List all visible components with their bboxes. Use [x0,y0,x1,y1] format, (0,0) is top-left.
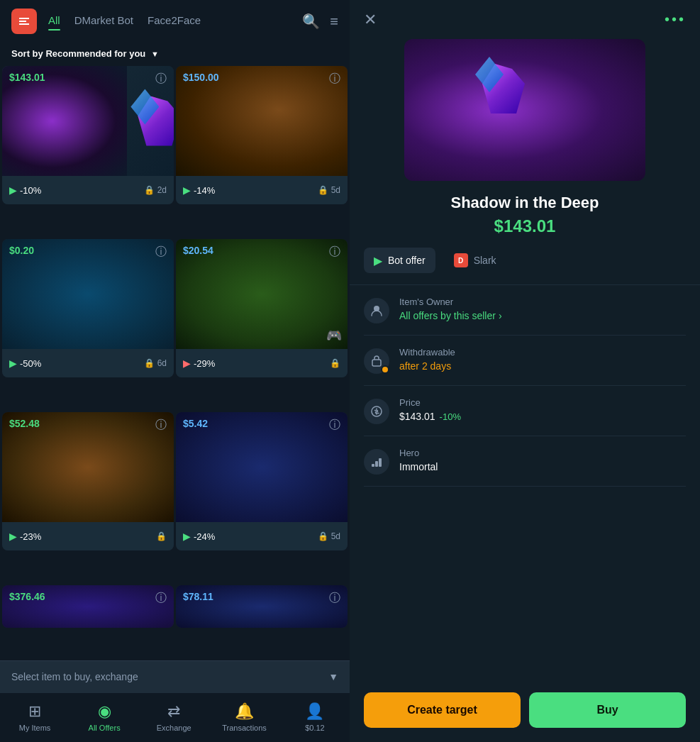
item-discount: ▶ -24% [183,531,215,542]
hero-content: Hero Immortal [399,448,438,472]
discount-value: -29% [194,358,215,369]
detail-header: ✕ ••• [350,0,700,39]
tab-all[interactable]: All [48,14,60,29]
tab-bot-offer[interactable]: ▶ Bot offer [364,248,435,273]
lock-days: 5d [331,185,340,195]
hero-row: Hero Immortal [364,436,686,487]
nav-all-offers[interactable]: ◉ All Offers [83,702,126,732]
header: All DMarket Bot Face2Face 🔍 ≡ [0,0,350,43]
profile-icon: 👤 [305,702,324,721]
nav-tabs: All DMarket Bot Face2Face [48,14,291,29]
hero-label: Hero [399,448,438,458]
discount-icon: ▶ [183,184,191,196]
item-discount: ▶ -29% [183,358,215,369]
item-image: $20.54 ⓘ 🎮 [176,239,348,349]
item-card[interactable]: $52.48 ⓘ ▶ -23% 🔒 [2,412,174,550]
item-info-button[interactable]: ⓘ [155,245,167,260]
svg-rect-2 [372,360,381,366]
tab-dmarket-bot[interactable]: DMarket Bot [74,14,133,29]
item-info-button[interactable]: ⓘ [329,591,340,606]
item-image: $376.46 ⓘ [2,585,174,628]
owner-row: Item's Owner All offers by this seller › [364,285,686,336]
all-offers-icon: ◉ [98,702,111,721]
lock-days: 6d [157,358,167,368]
price-label: Price [399,397,461,408]
create-target-button[interactable]: Create target [364,692,521,728]
item-lock: 🔒 [156,531,167,541]
discount-icon: ▶ [183,531,191,542]
balance-label: $0.12 [305,724,325,732]
item-image: $52.48 ⓘ [2,412,174,522]
svg-rect-4 [372,464,374,467]
item-card[interactable]: $376.46 ⓘ [2,585,174,628]
item-info-button[interactable]: ⓘ [329,245,340,260]
tab-face2face[interactable]: Face2Face [148,14,201,29]
svg-rect-5 [375,461,378,467]
item-card[interactable]: $0.20 ⓘ ▶ -50% 🔒 6d [2,239,174,377]
item-lock: 🔒 5d [318,531,340,541]
warning-dot [381,365,389,374]
nav-my-items[interactable]: ⊞ My Items [13,702,56,732]
item-info-button[interactable]: ⓘ [155,418,167,433]
all-offers-label: All Offers [89,724,121,732]
price-row: Price $143.01 -10% [364,386,686,436]
bottom-nav: ⊞ My Items ◉ All Offers ⇄ Exchange 🔔 Tra… [0,692,350,742]
svg-rect-6 [379,458,382,467]
item-footer: ▶ -23% 🔒 [2,522,174,550]
logo[interactable] [11,9,37,34]
transactions-label: Transactions [222,724,267,732]
buy-button[interactable]: Buy [529,692,686,728]
nav-balance[interactable]: 👤 $0.12 [294,702,336,732]
sort-bar[interactable]: Sort by Recommended for you ▼ [0,43,350,66]
detail-item-image [404,39,645,181]
discount-value: -10% [20,185,41,196]
item-footer: ▶ -50% 🔒 6d [2,349,174,377]
item-price: $150.00 [183,72,219,83]
tab-slark[interactable]: D Slark [444,248,506,273]
item-card[interactable]: $78.11 ⓘ [176,585,348,628]
item-card[interactable]: $150.00 ⓘ ▶ -14% 🔒 5d [176,66,348,204]
sort-value: Recommended for you [45,48,145,59]
item-price: $5.42 [183,418,208,429]
owner-icon [364,298,389,323]
item-footer: ▶ -14% 🔒 5d [176,176,348,204]
sort-prefix: Sort by [11,48,43,59]
item-price: $143.01 [9,72,45,83]
nav-transactions[interactable]: 🔔 Transactions [222,702,267,732]
withdrawable-label: Withdrawable [399,347,455,358]
item-info-button[interactable]: ⓘ [155,591,167,606]
discount-icon: ▶ [9,184,17,196]
item-card[interactable]: $143.01 ⓘ ▶ -10% 🔒 2d [2,66,174,204]
sort-chevron: ▼ [151,50,159,58]
discount-icon: ▶ [9,531,17,542]
item-discount: ▶ -14% [183,184,215,196]
item-card[interactable]: $5.42 ⓘ ▶ -24% 🔒 5d [176,412,348,550]
item-discount: ▶ -10% [9,184,41,196]
item-info-button[interactable]: ⓘ [329,72,340,87]
nav-exchange[interactable]: ⇄ Exchange [152,702,195,732]
left-panel: All DMarket Bot Face2Face 🔍 ≡ Sort by Re… [0,0,350,742]
item-card[interactable]: $20.54 ⓘ 🎮 ▶ -29% 🔒 [176,239,348,377]
close-button[interactable]: ✕ [364,12,377,28]
item-discount: ▶ -23% [9,531,41,542]
price-value: $143.01 [399,411,435,422]
lock-icon: 🔒 [144,358,155,368]
item-price: $0.20 [9,245,34,256]
items-grid: $143.01 ⓘ ▶ -10% 🔒 2d $150.00 ⓘ [0,66,350,660]
dota-logo-icon: D [454,253,468,267]
item-info-button[interactable]: ⓘ [329,418,340,433]
owner-label: Item's Owner [399,297,502,307]
item-lock: 🔒 2d [144,185,167,195]
more-options-button[interactable]: ••• [665,11,686,28]
withdrawable-content: Withdrawable after 2 days [399,347,455,372]
owner-link[interactable]: All offers by this seller › [399,310,502,321]
item-select-bar[interactable]: Select item to buy, exchange ▼ [0,660,350,692]
filter-icon[interactable]: ≡ [330,13,338,30]
item-info-button[interactable]: ⓘ [155,72,167,87]
lock-days: 2d [157,185,167,195]
item-lock: 🔒 6d [144,358,167,368]
search-icon[interactable]: 🔍 [302,13,320,30]
item-image: $0.20 ⓘ [2,239,174,349]
item-image: $150.00 ⓘ [176,66,348,176]
info-rows: Item's Owner All offers by this seller ›… [350,285,700,681]
